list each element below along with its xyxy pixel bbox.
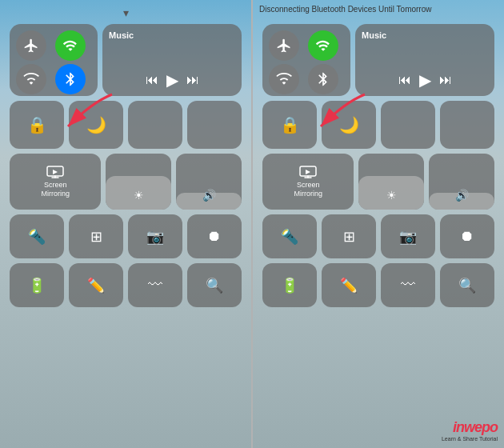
left-control-center: Music ⏮ ▶ ⏭ 🔒 🌙: [10, 24, 242, 440]
left-row-bottom: 🔋 ✏️ 〰 🔍: [10, 263, 242, 307]
flashlight-button-right[interactable]: 🔦: [262, 214, 317, 258]
prev-button-left[interactable]: ⏮: [146, 73, 158, 87]
watermark-logo: inwepo: [453, 419, 498, 436]
rotation-lock-button[interactable]: 🔒: [10, 101, 64, 149]
moon-icon: 🌙: [86, 115, 106, 134]
calculator-button-left[interactable]: ⊞: [69, 214, 123, 258]
camera-icon-left: 📷: [146, 228, 164, 246]
magnifier-icon-left: 🔍: [206, 277, 223, 294]
brightness-icon-right: ☀: [386, 189, 397, 202]
prev-button-right[interactable]: ⏮: [398, 73, 411, 87]
volume-slider-right[interactable]: 🔊: [429, 154, 494, 210]
notes-icon-left: ✏️: [87, 277, 105, 294]
airplane-mode-button-right[interactable]: [269, 30, 299, 61]
play-button-right[interactable]: ▶: [419, 70, 431, 90]
lock-rotation-icon-right: 🔒: [280, 115, 300, 134]
music-controls-left: ⏮ ▶ ⏭: [109, 70, 235, 90]
music-block-right: Music ⏮ ▶ ⏭: [355, 24, 494, 96]
left-row-mid: 🔒 🌙: [10, 101, 242, 149]
notes-button-right[interactable]: ✏️: [322, 263, 376, 307]
rotation-lock-button-right[interactable]: 🔒: [262, 101, 317, 149]
svg-marker-4: [306, 170, 310, 174]
left-row-screen: ScreenMirroring ☀ 🔊: [10, 154, 242, 210]
wifi-button[interactable]: [55, 30, 86, 61]
right-panel: Disconnecting Bluetooth Devices Until To…: [253, 0, 504, 448]
voice-icon-right: 〰: [401, 277, 415, 294]
battery-icon-left: 🔋: [28, 277, 46, 294]
voice-button-left[interactable]: 〰: [128, 263, 182, 307]
watermark: inwepo Learn & Share Tutorial: [442, 419, 498, 442]
record-icon-right: ⏺: [460, 228, 474, 245]
calculator-icon-right: ⊞: [343, 228, 355, 246]
do-not-disturb-button[interactable]: 🌙: [69, 101, 123, 149]
connectivity-block-right: [262, 24, 350, 96]
music-title-right: Music: [362, 30, 488, 40]
next-button-right[interactable]: ⏭: [439, 73, 452, 87]
camera-button-right[interactable]: 📷: [381, 214, 435, 258]
record-icon-left: ⏺: [207, 228, 222, 245]
left-status-bar: ▾: [0, 6, 251, 19]
magnifier-button-right[interactable]: 🔍: [440, 263, 494, 307]
bluetooth-button-right[interactable]: [308, 64, 338, 94]
right-control-center: Music ⏮ ▶ ⏭ 🔒 🌙: [262, 24, 494, 440]
flashlight-button-left[interactable]: 🔦: [10, 214, 64, 258]
right-row-bottom: 🔋 ✏️ 〰 🔍: [262, 263, 494, 307]
right-row-mid: 🔒 🌙: [262, 101, 494, 149]
screen-mirroring-button-right[interactable]: ScreenMirroring: [262, 154, 354, 210]
brightness-slider-left[interactable]: ☀: [106, 154, 171, 210]
brightness-slider-right[interactable]: ☀: [358, 154, 424, 210]
watermark-tagline: Learn & Share Tutorial: [442, 436, 498, 442]
left-row-icons: 🔦 ⊞ 📷 ⏺: [10, 214, 242, 258]
music-title-left: Music: [109, 30, 235, 40]
moon-icon-right: 🌙: [339, 115, 359, 134]
record-button-left[interactable]: ⏺: [187, 214, 242, 258]
screen-mirroring-label-right: ScreenMirroring: [294, 181, 322, 198]
volume-icon-right: 🔊: [455, 189, 469, 202]
brightness-icon-left: ☀: [134, 189, 144, 202]
calculator-button-right[interactable]: ⊞: [322, 214, 376, 258]
left-panel: ▾ Music ⏮: [0, 0, 251, 448]
notes-button-left[interactable]: ✏️: [69, 263, 123, 307]
empty-btn-2-right[interactable]: [440, 101, 494, 149]
bluetooth-button-left[interactable]: [55, 64, 86, 94]
next-button-left[interactable]: ⏭: [186, 73, 199, 87]
record-button-right[interactable]: ⏺: [440, 214, 494, 258]
left-row-top: Music ⏮ ▶ ⏭: [10, 24, 242, 96]
volume-slider-left[interactable]: 🔊: [176, 154, 242, 210]
lock-rotation-icon: 🔒: [27, 115, 47, 134]
battery-button-right[interactable]: 🔋: [262, 263, 317, 307]
battery-icon-right: 🔋: [281, 277, 298, 294]
wifi-button-right[interactable]: [308, 30, 338, 61]
battery-button-left[interactable]: 🔋: [10, 263, 64, 307]
airplane-mode-button[interactable]: [16, 30, 46, 61]
play-button-left[interactable]: ▶: [166, 70, 178, 90]
cellular-button[interactable]: [16, 64, 46, 94]
voice-icon-left: 〰: [148, 277, 162, 294]
svg-marker-1: [53, 170, 58, 174]
camera-icon-right: 📷: [399, 228, 417, 246]
screen-mirroring-label-left: ScreenMirroring: [41, 181, 70, 198]
magnifier-button-left[interactable]: 🔍: [187, 263, 242, 307]
connectivity-block: [10, 24, 98, 96]
voice-button-right[interactable]: 〰: [381, 263, 435, 307]
volume-icon-left: 🔊: [202, 189, 216, 202]
notification-text: Disconnecting Bluetooth Devices Until To…: [259, 5, 498, 14]
right-row-top: Music ⏮ ▶ ⏭: [262, 24, 494, 96]
cellular-button-right[interactable]: [269, 64, 299, 94]
empty-btn-1-left[interactable]: [128, 101, 182, 149]
right-row-icons: 🔦 ⊞ 📷 ⏺: [262, 214, 494, 258]
flashlight-icon-left: 🔦: [28, 228, 46, 246]
notes-icon-right: ✏️: [340, 277, 358, 294]
right-row-screen: ScreenMirroring ☀ 🔊: [262, 154, 494, 210]
screen-mirroring-button-left[interactable]: ScreenMirroring: [10, 154, 101, 210]
empty-btn-2-left[interactable]: [187, 101, 242, 149]
music-controls-right: ⏮ ▶ ⏭: [362, 70, 488, 90]
flashlight-icon-right: 🔦: [281, 228, 298, 246]
camera-button-left[interactable]: 📷: [128, 214, 182, 258]
do-not-disturb-button-right[interactable]: 🌙: [322, 101, 376, 149]
music-block-left: Music ⏮ ▶ ⏭: [102, 24, 242, 96]
empty-btn-1-right[interactable]: [381, 101, 435, 149]
chevron-down-icon[interactable]: ▾: [123, 6, 129, 19]
magnifier-icon-right: 🔍: [458, 277, 476, 294]
calculator-icon-left: ⊞: [90, 228, 102, 246]
